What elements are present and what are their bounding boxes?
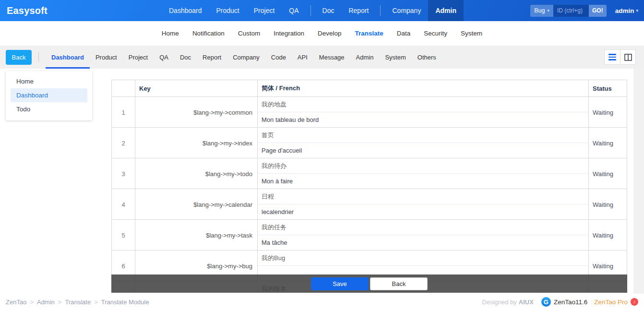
row-translation: 日程 lecalendrier: [258, 189, 589, 220]
view-toggle-group: [604, 49, 636, 65]
tab-doc[interactable]: Doc: [174, 46, 197, 69]
tab-company[interactable]: Company: [227, 46, 265, 69]
tab-dashboard[interactable]: Dashboard: [46, 46, 90, 69]
topnav-qa[interactable]: QA: [282, 0, 306, 21]
translation-input[interactable]: Page d'accueil: [258, 143, 588, 158]
row-translation: 我的任务 Ma tâche: [258, 220, 589, 250]
header-status: Status: [589, 80, 627, 96]
brand-logo[interactable]: Easysoft: [7, 5, 48, 16]
translation-input[interactable]: Mon à faire: [258, 174, 588, 189]
subnav-integration[interactable]: Integration: [267, 30, 311, 37]
go-button[interactable]: GO!: [589, 5, 607, 17]
search-input[interactable]: [553, 5, 589, 17]
subnav-system[interactable]: System: [454, 30, 489, 37]
list-view-button[interactable]: [604, 49, 620, 65]
tab-product[interactable]: Product: [90, 46, 123, 69]
translation-table: Key 简体 / French Status 1 $lang->my->comm…: [111, 80, 627, 293]
tab-message[interactable]: Message: [313, 46, 350, 69]
header-index: [112, 80, 135, 96]
topnav-report[interactable]: Report: [341, 0, 376, 21]
tab-code[interactable]: Code: [265, 46, 292, 69]
status-label: Waiting: [589, 220, 627, 250]
topbar: Easysoft Dashboard Product Project QA Do…: [0, 0, 644, 21]
topnav-divider: [310, 5, 311, 16]
header-translation: 简体 / French: [258, 80, 589, 96]
row-key: $lang->my->task: [135, 220, 258, 250]
breadcrumb-admin[interactable]: Admin: [37, 298, 55, 306]
subnav-develop[interactable]: Develop: [311, 30, 348, 37]
tab-api[interactable]: API: [292, 46, 313, 69]
topnav-project[interactable]: Project: [247, 0, 282, 21]
column-view-button[interactable]: [620, 49, 636, 65]
topnav-doc[interactable]: Doc: [315, 0, 342, 21]
breadcrumb-separator: >: [94, 298, 98, 306]
designed-by-label: Designed by: [482, 298, 517, 306]
sidebar-item-dashboard[interactable]: Dashboard: [11, 88, 87, 102]
sidebar-item-home[interactable]: Home: [6, 74, 92, 88]
tab-qa[interactable]: QA: [154, 46, 174, 69]
content-scrollbar[interactable]: [633, 69, 644, 294]
row-key: $lang->my->calendar: [135, 189, 258, 220]
user-name: admin: [615, 7, 634, 14]
row-key: $lang->my->todo: [135, 158, 258, 189]
status-label: Waiting: [589, 158, 627, 189]
row-index: 2: [112, 128, 135, 158]
footer: ZenTao > Admin > Translate > Translate M…: [0, 294, 644, 310]
topbar-nav: Dashboard Product Project QA Doc Report …: [162, 0, 464, 21]
save-button[interactable]: Save: [311, 277, 369, 290]
back-button[interactable]: Back: [6, 50, 32, 65]
tab-system[interactable]: System: [379, 46, 411, 69]
topnav-admin[interactable]: Admin: [428, 0, 464, 21]
table-row: 2 $lang->my->index 首页 Page d'accueil Wai…: [112, 128, 627, 158]
user-menu[interactable]: admin ▾: [615, 7, 638, 14]
row-key: $lang->my->index: [135, 128, 258, 158]
footer-right: Designed by AIUX G ZenTao11.6 ZenTao Pro…: [482, 297, 638, 307]
row-index: 1: [112, 97, 135, 128]
tab-report[interactable]: Report: [197, 46, 227, 69]
translation-input[interactable]: Ma tâche: [258, 235, 588, 250]
row-key: $lang->my->common: [135, 97, 258, 128]
quick-search: Bug ▾ GO!: [530, 5, 606, 17]
form-back-button[interactable]: Back: [370, 277, 428, 290]
row-index: 3: [112, 158, 135, 189]
designer-name: AIUX: [519, 298, 534, 306]
status-label: Waiting: [589, 189, 627, 220]
list-view-icon: [608, 54, 616, 60]
caret-down-icon: ▾: [548, 8, 550, 13]
topnav-divider: [380, 5, 381, 16]
header-key: Key: [135, 80, 258, 96]
subnav-translate[interactable]: Translate: [348, 30, 390, 37]
source-text: 首页: [258, 128, 588, 143]
source-text: 我的任务: [258, 220, 588, 235]
subnav-security[interactable]: Security: [417, 30, 454, 37]
subnav-data[interactable]: Data: [390, 30, 417, 37]
translation-input[interactable]: Mon tableau de bord: [258, 112, 588, 128]
breadcrumb-translate[interactable]: Translate: [65, 298, 91, 306]
topnav-product[interactable]: Product: [209, 0, 246, 21]
translation-input[interactable]: lecalendrier: [258, 204, 588, 220]
caret-down-icon: ▾: [636, 8, 638, 13]
column-view-icon: [624, 54, 632, 61]
zentao-pro-link[interactable]: ZenTao Pro: [594, 298, 628, 306]
topnav-company[interactable]: Company: [385, 0, 428, 21]
subnav-home[interactable]: Home: [155, 30, 186, 37]
sidebar: Home Dashboard Todo: [6, 71, 92, 120]
tab-others[interactable]: Others: [412, 46, 442, 69]
subnav-notification[interactable]: Notification: [186, 30, 231, 37]
tab-admin[interactable]: Admin: [350, 46, 380, 69]
breadcrumb-zentao[interactable]: ZenTao: [6, 298, 26, 306]
tab-project[interactable]: Project: [123, 46, 154, 69]
source-text: 我的Bug: [258, 250, 588, 266]
table-row: 4 $lang->my->calendar 日程 lecalendrier Wa…: [112, 189, 627, 220]
zentao-version: ZenTao11.6: [554, 298, 587, 306]
search-module-select[interactable]: Bug ▾: [530, 5, 553, 17]
action-bar: Save Back: [111, 274, 627, 293]
module-toolbar: Back Dashboard Product Project QA Doc Re…: [0, 46, 644, 69]
subnav-custom[interactable]: Custom: [231, 30, 267, 37]
sidebar-item-todo[interactable]: Todo: [6, 102, 92, 116]
upgrade-icon[interactable]: ↑: [631, 298, 638, 306]
breadcrumb-current: Translate Module: [101, 298, 149, 306]
topnav-dashboard[interactable]: Dashboard: [162, 0, 209, 21]
source-text: 日程: [258, 189, 588, 204]
table-header-row: Key 简体 / French Status: [112, 80, 627, 97]
